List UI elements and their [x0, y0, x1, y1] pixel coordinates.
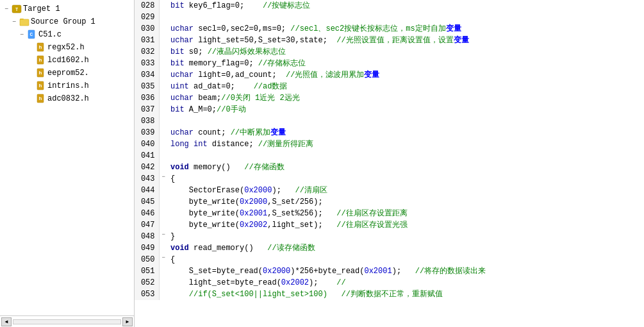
- fold-button: [159, 115, 168, 127]
- sidebar-label-target1: Target 1: [23, 4, 60, 13]
- code-line[interactable]: uchar light=0,ad_count; //光照值，滤波用累加变量: [168, 69, 644, 81]
- fold-button: [159, 69, 168, 81]
- line-number: 030: [135, 23, 159, 35]
- h-file-icon-regx52: h: [36, 42, 46, 53]
- sidebar-item-adc0832h[interactable]: − h adc0832.h: [0, 92, 134, 105]
- svg-text:h: h: [39, 57, 42, 63]
- code-line[interactable]: uchar count; //中断累加变量: [168, 127, 644, 138]
- target-icon: T: [12, 4, 22, 14]
- fold-button[interactable]: −: [159, 173, 168, 185]
- sidebar-scroll-left[interactable]: ◀: [1, 317, 12, 326]
- code-line[interactable]: [168, 150, 644, 162]
- code-line[interactable]: bit s0; //液晶闪烁效果标志位: [168, 46, 644, 58]
- code-line[interactable]: bit A_M=0;//0手动: [168, 104, 644, 115]
- code-line[interactable]: uchar beam;//0关闭 1近光 2远光: [168, 92, 644, 104]
- expand-icon-c51c[interactable]: −: [18, 31, 26, 38]
- line-number: 028: [135, 0, 159, 12]
- fold-button: [159, 242, 168, 254]
- line-number: 050: [135, 254, 159, 265]
- sidebar-item-source-group[interactable]: − Source Group 1: [0, 15, 134, 28]
- fold-button: [159, 219, 168, 231]
- svg-rect-4: [20, 19, 29, 26]
- code-line[interactable]: [168, 115, 644, 127]
- fold-button: [159, 265, 168, 277]
- sidebar-scrollbar: ◀ ▶: [0, 315, 134, 327]
- line-number: 033: [135, 58, 159, 69]
- table-row: 050 − {: [135, 254, 644, 265]
- line-number: 031: [135, 35, 159, 46]
- table-row: 029: [135, 12, 644, 23]
- sidebar-item-target1[interactable]: − T Target 1: [0, 3, 134, 15]
- svg-text:h: h: [39, 83, 42, 88]
- code-line[interactable]: S_set=byte_read(0x2000)*256+byte_read(0x…: [168, 265, 644, 277]
- table-row: 049 void read_memory() //读存储函数: [135, 242, 644, 254]
- svg-text:T: T: [15, 7, 18, 12]
- file-tree: − T Target 1 − Source Group 1: [0, 0, 134, 315]
- line-number: 053: [135, 289, 159, 300]
- sidebar-scroll-track[interactable]: [13, 319, 121, 324]
- sidebar-item-regx52h[interactable]: − h regx52.h: [0, 41, 134, 54]
- expand-icon-source-group[interactable]: −: [10, 18, 18, 26]
- table-row: 034 uchar light=0,ad_count; //光照值，滤波用累加变…: [135, 69, 644, 81]
- code-line[interactable]: uint ad_dat=0; //ad数据: [168, 81, 644, 92]
- fold-button: [159, 92, 168, 104]
- sidebar-item-intrins[interactable]: − h intrins.h: [0, 80, 134, 92]
- sidebar-item-lcd1602h[interactable]: − h lcd1602.h: [0, 54, 134, 67]
- sidebar-label-adc0832h: adc0832.h: [47, 94, 89, 103]
- code-line[interactable]: uchar light_set=50,S_set=30,state; //光照设…: [168, 35, 644, 46]
- table-row: 044 SectorErase(0x2000); //清扇区: [135, 185, 644, 196]
- code-line[interactable]: }: [168, 231, 644, 242]
- code-line[interactable]: {: [168, 173, 644, 185]
- code-line[interactable]: byte_write(0x2000,S_set/256);: [168, 196, 644, 208]
- line-number: 044: [135, 185, 159, 196]
- table-row: 035 uint ad_dat=0; //ad数据: [135, 81, 644, 92]
- line-number: 029: [135, 12, 159, 23]
- table-row: 030 uchar secl=0,sec2=0,ms=0; //secl、sec…: [135, 23, 644, 35]
- svg-text:h: h: [39, 70, 42, 76]
- code-line[interactable]: void memory() //存储函数: [168, 162, 644, 173]
- code-line[interactable]: long int distance; //测量所得距离: [168, 138, 644, 150]
- fold-button[interactable]: −: [159, 231, 168, 242]
- sidebar-label-source-group: Source Group 1: [31, 17, 95, 26]
- code-editor[interactable]: 028 bit key6_flag=0; //按键标志位 029 030 uch…: [135, 0, 644, 327]
- fold-button[interactable]: [159, 0, 168, 12]
- code-line[interactable]: {: [168, 254, 644, 265]
- table-row: 039 uchar count; //中断累加变量: [135, 127, 644, 138]
- code-line[interactable]: byte_write(0x2002,light_set); //往扇区存设置光强: [168, 219, 644, 231]
- code-line[interactable]: [168, 12, 644, 23]
- table-row: 040 long int distance; //测量所得距离: [135, 138, 644, 150]
- line-number: 043: [135, 173, 159, 185]
- fold-button: [159, 196, 168, 208]
- expand-icon-target1[interactable]: −: [3, 5, 10, 13]
- fold-button[interactable]: −: [159, 254, 168, 265]
- line-number: 051: [135, 265, 159, 277]
- code-table: 028 bit key6_flag=0; //按键标志位 029 030 uch…: [135, 0, 644, 300]
- fold-button: [159, 104, 168, 115]
- table-row: 051 S_set=byte_read(0x2000)*256+byte_rea…: [135, 265, 644, 277]
- sidebar-item-c51c[interactable]: − C C51.c: [0, 28, 134, 41]
- fold-button: [159, 185, 168, 196]
- code-line[interactable]: byte_write(0x2001,S_set%256); //往扇区存设置距离: [168, 208, 644, 219]
- sidebar-item-eeprom52h[interactable]: − h eeprom52.: [0, 67, 134, 80]
- table-row: 031 uchar light_set=50,S_set=30,state; /…: [135, 35, 644, 46]
- code-line[interactable]: void read_memory() //读存储函数: [168, 242, 644, 254]
- sidebar: − T Target 1 − Source Group 1: [0, 0, 135, 327]
- svg-text:C: C: [30, 31, 33, 37]
- code-line[interactable]: uchar secl=0,sec2=0,ms=0; //secl、sec2按键长…: [168, 23, 644, 35]
- table-row: 045 byte_write(0x2000,S_set/256);: [135, 196, 644, 208]
- fold-button: [159, 46, 168, 58]
- line-number: 052: [135, 277, 159, 289]
- code-line[interactable]: SectorErase(0x2000); //清扇区: [168, 185, 644, 196]
- code-line[interactable]: bit memory_flag=0; //存储标志位: [168, 58, 644, 69]
- sidebar-scroll-right[interactable]: ▶: [122, 317, 133, 326]
- fold-button: [159, 35, 168, 46]
- code-line[interactable]: light_set=byte_read(0x2002); //: [168, 277, 644, 289]
- table-row: 028 bit key6_flag=0; //按键标志位: [135, 0, 644, 12]
- code-line[interactable]: //if(S_set<100||light_set>100) //判断数据不正常…: [168, 289, 644, 300]
- folder-icon-source-group: [19, 17, 29, 27]
- table-row: 053 //if(S_set<100||light_set>100) //判断数…: [135, 289, 644, 300]
- table-row: 038: [135, 115, 644, 127]
- sidebar-label-c51c: C51.c: [38, 30, 62, 39]
- code-line[interactable]: bit key6_flag=0; //按键标志位: [168, 0, 644, 12]
- fold-button: [159, 162, 168, 173]
